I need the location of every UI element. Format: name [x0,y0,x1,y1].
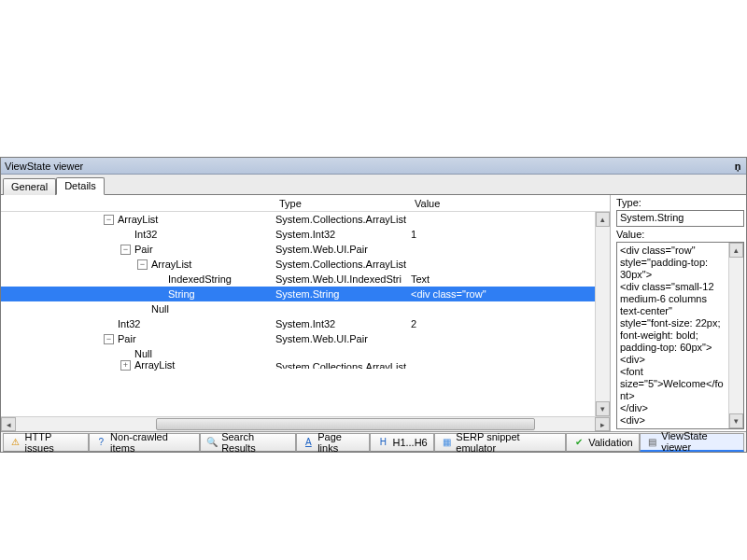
serp-icon: ▦ [441,436,454,449]
bottom-tab-validation[interactable]: ✔Validation [566,433,640,452]
tree-node-value: Text [411,273,595,285]
tree-node-type: System.Web.UI.Pair [275,333,411,344]
tree-node-value: 2 [411,318,595,329]
bottom-tab-page-links[interactable]: APage links [296,433,371,452]
tree-node-label: Null [151,303,169,315]
scroll-left-icon[interactable]: ◂ [1,417,16,431]
http-issues-icon: ⚠ [9,436,22,449]
hscroll-thumb[interactable] [156,418,535,430]
tree-node-value: <div class="row" [411,288,595,300]
value-textarea[interactable]: <div class="row" style="padding-top: 30p… [617,243,728,428]
tree-node-type: System.Web.UI.IndexedStri [275,273,411,285]
tree-row[interactable]: Int32System.Int321 [1,227,595,242]
collapse-icon[interactable]: − [120,245,131,255]
column-header-type[interactable]: Type [275,198,411,209]
pin-icon[interactable]: ņ [733,161,742,172]
bottom-tab-search[interactable]: 🔍Search Results [200,433,296,452]
tree-row[interactable]: −PairSystem.Web.UI.Pair [1,242,595,257]
bottom-tab-label: HTTP issues [25,431,82,454]
bottom-tab-label: Search Results [221,431,289,454]
panel-tabs: General Details [1,175,746,195]
tree-row[interactable]: Int32System.Int322 [1,316,595,331]
bottom-tab-viewstate[interactable]: ▤ViewState viewer [640,433,744,452]
tree-node-type: System.Int32 [275,229,411,240]
tree-row[interactable]: −ArrayListSystem.Collections.ArrayList [1,257,595,272]
tree-node-label: Pair [118,333,136,344]
scroll-down-icon[interactable]: ▾ [596,401,610,416]
tree-row[interactable]: IndexedStringSystem.Web.UI.IndexedStriTe… [1,272,595,287]
tree-node-type: System.Web.UI.Pair [275,244,411,255]
tree-row[interactable]: −PairSystem.Web.UI.Pair [1,331,595,346]
bottom-tab-http-issues[interactable]: ⚠HTTP issues [3,433,89,452]
bottom-tab-label: Non-crawled items [110,431,192,454]
bottom-tab-label: H1...H6 [392,437,427,448]
bottom-tab-label: Page links [317,431,363,454]
viewstate-icon: ▤ [646,435,659,448]
tree-node-label: IndexedString [168,273,232,285]
tree-row[interactable]: −ArrayListSystem.Collections.ArrayList [1,212,595,227]
tree-columns-header: Type Value [1,195,610,212]
details-pane: Type: System.String Value: <div class="r… [611,195,746,431]
tree-view[interactable]: −ArrayListSystem.Collections.ArrayListIn… [1,212,610,416]
type-field[interactable]: System.String [616,210,744,227]
collapse-icon[interactable]: − [104,334,114,344]
tree-horizontal-scrollbar[interactable]: ◂ ▸ [1,416,610,431]
bottom-tab-strip: ⚠HTTP issues?Non-crawled items🔍Search Re… [1,431,746,452]
column-header-value[interactable]: Value [411,198,595,209]
bottom-tab-h1-h6[interactable]: HH1...H6 [370,433,433,452]
collapse-icon[interactable]: − [104,215,114,225]
type-label: Type: [616,197,744,208]
bottom-tab-label: ViewState viewer [661,430,738,453]
scroll-down-icon[interactable]: ▾ [729,413,743,428]
tree-row[interactable]: +ArrayListSystem.Collections.ArrayList [1,361,595,369]
panel-titlebar: ViewState viewer ņ [1,158,746,175]
tab-general[interactable]: General [3,178,56,195]
tree-node-label: ArrayList [118,214,158,225]
expand-icon[interactable]: + [120,360,131,371]
tree-node-type: System.Collections.ArrayList [275,361,411,369]
validation-icon: ✔ [572,436,585,449]
scroll-up-icon[interactable]: ▴ [729,243,743,258]
bottom-tab-non-crawled[interactable]: ?Non-crawled items [89,433,200,452]
bottom-tab-label: SERP snippet emulator [456,431,559,454]
tab-details[interactable]: Details [56,177,105,195]
tree-node-label: String [168,288,195,300]
value-vertical-scrollbar[interactable]: ▴ ▾ [728,243,743,428]
tree-pane: Type Value −ArrayListSystem.Collections.… [1,195,611,431]
tree-node-label: Int32 [118,318,140,329]
tree-node-type: System.Collections.ArrayList [275,259,411,270]
tree-vertical-scrollbar[interactable]: ▴ ▾ [595,212,610,416]
bottom-tab-label: Validation [588,437,633,448]
panel-title: ViewState viewer [5,161,83,172]
viewstate-panel: ViewState viewer ņ General Details Type … [0,157,747,453]
scroll-up-icon[interactable]: ▴ [596,212,610,227]
value-label: Value: [616,229,744,240]
tree-node-type: System.Int32 [275,318,411,329]
collapse-icon[interactable]: − [137,259,148,270]
tree-node-label: ArrayList [151,259,191,270]
scroll-right-icon[interactable]: ▸ [595,417,610,431]
search-icon: 🔍 [206,436,219,449]
non-crawled-icon: ? [95,436,108,449]
tree-node-label: Int32 [134,229,157,240]
tree-node-label: Pair [134,244,153,255]
tree-node-type: System.Collections.ArrayList [275,214,411,225]
tree-node-type: System.String [275,288,411,300]
bottom-tab-serp[interactable]: ▦SERP snippet emulator [434,433,566,452]
tree-node-value: 1 [411,229,595,240]
tree-row[interactable]: StringSystem.String<div class="row" [1,287,595,301]
h1-h6-icon: H [376,436,389,449]
tree-row[interactable]: Null [1,301,595,316]
tree-node-label: ArrayList [134,359,175,371]
page-links-icon: A [303,436,316,449]
